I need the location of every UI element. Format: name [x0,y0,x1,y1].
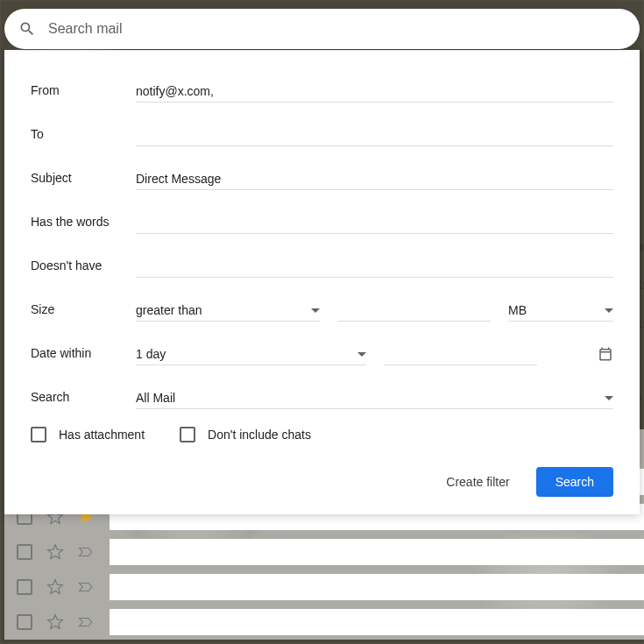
chevron-down-icon [605,396,613,400]
from-input[interactable] [136,79,613,103]
star-icon[interactable] [46,543,64,561]
date-range-select[interactable]: 1 day [136,342,366,365]
has-attachment-label: Has attachment [59,428,145,442]
redacted-content [110,609,644,635]
size-value-input[interactable] [337,298,491,322]
search-in-value: All Mail [136,391,175,405]
select-checkbox[interactable] [17,614,32,630]
size-comparator-value: greater than [136,303,202,317]
mail-row[interactable] [4,570,644,605]
mail-row[interactable] [4,605,644,640]
mail-row[interactable] [4,534,644,570]
dont-include-chats-label: Don't include chats [208,428,311,442]
size-unit-select[interactable]: MB [508,298,613,322]
doesnt-have-input[interactable] [136,254,613,278]
search-icon [18,20,36,38]
importance-marker-icon[interactable] [78,616,94,628]
to-input[interactable] [136,123,613,146]
search-in-label: Search [31,390,136,409]
calendar-icon[interactable] [598,346,613,362]
advanced-search-panel: From To Subject Has the words Doesn't ha… [4,50,640,514]
has-words-label: Has the words [31,215,136,234]
chevron-down-icon [605,308,613,313]
star-icon[interactable] [46,578,64,596]
select-checkbox[interactable] [17,544,32,560]
to-label: To [31,127,136,146]
doesnt-have-label: Doesn't have [31,258,136,278]
subject-label: Subject [31,171,136,190]
date-value-input[interactable] [384,342,537,365]
date-range-value: 1 day [136,347,166,361]
dont-include-chats-checkbox[interactable]: Don't include chats [180,427,311,442]
search-in-select[interactable]: All Mail [136,386,613,409]
create-filter-button[interactable]: Create filter [437,468,518,496]
subject-input[interactable] [136,166,613,190]
checkbox-icon [180,427,195,442]
search-button[interactable]: Search [536,467,613,497]
size-label: Size [31,302,136,322]
search-input[interactable] [48,21,626,37]
from-label: From [31,83,136,103]
redacted-content [110,574,644,600]
has-attachment-checkbox[interactable]: Has attachment [31,427,145,442]
has-words-input[interactable] [136,210,613,234]
star-icon[interactable] [46,613,64,631]
size-unit-value: MB [508,303,527,317]
select-checkbox[interactable] [17,579,32,595]
importance-marker-icon[interactable] [78,581,94,593]
chevron-down-icon [311,308,320,313]
checkbox-icon [31,427,46,442]
date-within-label: Date within [31,346,136,365]
size-comparator-select[interactable]: greater than [136,298,320,322]
redacted-content [110,539,644,565]
importance-marker-icon[interactable] [78,546,94,558]
chevron-down-icon [357,352,366,357]
search-bar[interactable] [4,9,640,49]
